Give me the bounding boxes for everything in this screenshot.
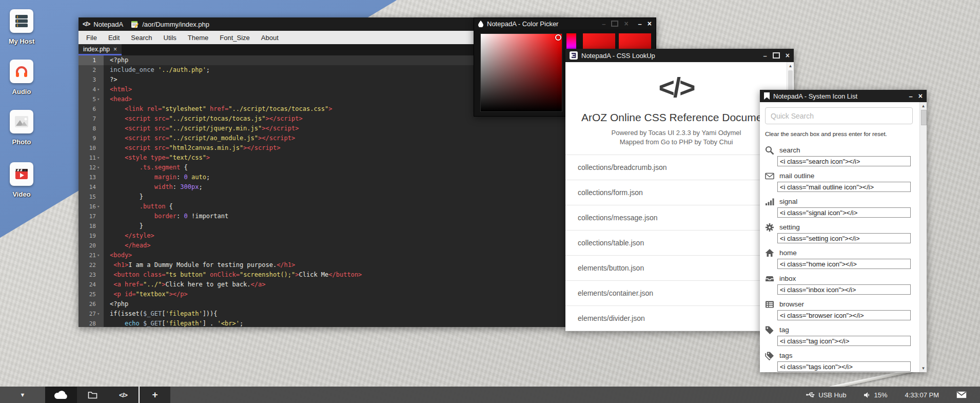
tab-index-php[interactable]: index.php ×	[79, 44, 122, 55]
code-line[interactable]: 25 <p id="textbox"></p>	[79, 290, 567, 299]
notepad-file-icon	[131, 21, 139, 28]
minimize-button-outer[interactable]: –	[638, 20, 642, 28]
maximize-button[interactable]	[611, 21, 618, 27]
scroll-up-icon[interactable]: ▲	[787, 62, 794, 68]
code-line[interactable]: 22 <h1>I am a Dummy Module for testing p…	[79, 260, 567, 270]
mail-tray-icon	[956, 391, 967, 398]
add-button[interactable]: +	[140, 387, 170, 403]
color-cursor[interactable]	[555, 34, 561, 41]
usb-status[interactable]: USB Hub	[806, 391, 846, 399]
scroll-down-icon[interactable]: ▼	[920, 366, 927, 371]
signal-icon	[765, 197, 774, 206]
scrollbar[interactable]: ▲ ▼	[919, 102, 927, 372]
maximize-button[interactable]	[773, 52, 780, 59]
icon-code-input[interactable]	[777, 284, 911, 295]
code-line[interactable]: 9 <script src="../script/ao_module.js"><…	[79, 133, 567, 143]
css-lookup-item[interactable]: collections/message.json	[565, 205, 787, 231]
css-lookup-titlebar[interactable]: NotepadA - CSS LookUp – ×	[565, 49, 794, 62]
taskbar-chevron-button[interactable]: ▼	[0, 387, 45, 403]
css-lookup-item[interactable]: elements/container.json	[565, 281, 787, 306]
code-line[interactable]: 14 width: 300px;	[79, 182, 567, 192]
code-line[interactable]: 28 echo $_GET['filepath'] . '<br>';	[79, 319, 567, 327]
video-icon	[13, 166, 30, 182]
search-icon	[765, 146, 774, 155]
minimize-button[interactable]: –	[602, 20, 605, 28]
tab-close-icon[interactable]: ×	[113, 46, 117, 53]
close-button[interactable]: ×	[624, 19, 628, 29]
desktop-home-button[interactable]	[45, 387, 77, 403]
desktop-icon-label: Photo	[5, 138, 38, 146]
code-line[interactable]: 15 }	[79, 192, 567, 202]
menu-theme[interactable]: Theme	[182, 34, 214, 42]
icon-list-titlebar[interactable]: NotepadA - System Icon List – ×	[760, 90, 927, 102]
css-lookup-item[interactable]: collections/table.json	[565, 231, 787, 256]
code-line[interactable]: 19 </style>	[79, 231, 567, 241]
icon-code-input[interactable]	[777, 156, 911, 166]
css-lookup-item[interactable]: elements/divider.json	[565, 306, 787, 331]
code-line[interactable]: 27▾if(isset($_GET['filepath'])){	[79, 309, 567, 319]
close-button[interactable]: ×	[786, 51, 790, 61]
menu-file[interactable]: File	[81, 34, 103, 42]
icon-name: tag	[779, 326, 789, 334]
icon-items: search mail outline signal setting	[765, 145, 918, 372]
minimize-button[interactable]: –	[909, 92, 913, 100]
window-title: NotepadA - CSS LookUp	[581, 52, 655, 60]
code-editor-taskbar-button[interactable]: </>	[108, 387, 139, 403]
scroll-up-icon[interactable]: ▲	[920, 102, 927, 108]
code-line[interactable]: 10 <script src="html2canvas.min.js"></sc…	[79, 143, 567, 153]
saturation-value-gradient[interactable]	[480, 33, 562, 112]
icon-item-browser: browser	[765, 299, 918, 325]
scroll-thumb[interactable]	[788, 70, 793, 92]
code-line[interactable]: 16▾ .button {	[79, 202, 567, 212]
icon-code-input[interactable]	[777, 182, 911, 192]
code-line[interactable]: 13 margin: 0 auto;	[79, 172, 567, 182]
code-line[interactable]: 26<?php	[79, 299, 567, 309]
icon-code-input[interactable]	[777, 361, 911, 372]
code-line[interactable]: 23 <button class="ts button" onClick="sc…	[79, 270, 567, 280]
menu-font-size[interactable]: Font_Size	[214, 34, 256, 42]
menu-search[interactable]: Search	[125, 34, 158, 42]
icon-code-input[interactable]	[777, 336, 911, 346]
notifications[interactable]	[956, 391, 967, 398]
icon-list-body: Clear the search box and press enter for…	[760, 102, 927, 372]
code-line[interactable]: 17 border: 0 !important	[79, 212, 567, 221]
quick-search-input[interactable]	[765, 107, 913, 124]
menu-utils[interactable]: Utils	[158, 34, 182, 42]
icon-name: setting	[779, 223, 800, 231]
code-line[interactable]: 18 }	[79, 221, 567, 231]
css-lookup-item[interactable]: collections/form.json	[565, 180, 787, 205]
code-line[interactable]: 21▾<body>	[79, 251, 567, 260]
file-manager-button[interactable]	[77, 387, 108, 403]
code-line[interactable]: 11▾ <style type="text/css">	[79, 153, 567, 163]
headphones-icon	[14, 64, 29, 79]
icon-code-input[interactable]	[777, 259, 911, 269]
desktop-icon-video[interactable]: Video	[5, 162, 38, 198]
code-line[interactable]: 8 <script src="../script/jquery.min.js">…	[79, 124, 567, 133]
browser-icon	[765, 300, 774, 309]
volume-status[interactable]: 15%	[864, 391, 887, 399]
menu-edit[interactable]: Edit	[103, 34, 125, 42]
css-lookup-item[interactable]: elements/button.json	[565, 256, 787, 281]
color-picker-titlebar[interactable]: NotepadA - Color Picker – × – ×	[474, 18, 656, 29]
menu-about[interactable]: About	[256, 34, 284, 42]
icon-code-input[interactable]	[777, 207, 911, 218]
code-line[interactable]: 24 <a href="../">Click here to get back.…	[79, 280, 567, 290]
css-lookup-item[interactable]: collections/breadcrumb.json	[565, 155, 787, 180]
desktop-icon-photo[interactable]: Photo	[5, 110, 38, 146]
tab-label: index.php	[83, 46, 110, 53]
desktop-icon-my-host[interactable]: My Host	[5, 9, 38, 45]
css-lookup-subtitle-2: Mapped from Go to PHP by Toby Chui	[565, 138, 787, 146]
clock[interactable]: 4:33:07 PM	[905, 391, 939, 399]
scroll-thumb[interactable]	[921, 110, 927, 125]
code-glyph: </>	[565, 73, 787, 101]
icon-code-input[interactable]	[777, 233, 911, 243]
close-button-outer[interactable]: ×	[648, 19, 652, 29]
desktop-icon-audio[interactable]: Audio	[5, 60, 38, 95]
code-line[interactable]: 12▾ .ts.segment {	[79, 163, 567, 172]
close-button[interactable]: ×	[918, 91, 923, 101]
icon-code-input[interactable]	[777, 310, 911, 320]
icon-name: signal	[779, 198, 797, 205]
code-line[interactable]: 20 </head>	[79, 241, 567, 251]
minimize-button[interactable]: –	[763, 52, 767, 60]
icon-item-mail-outline: mail outline	[765, 171, 918, 197]
